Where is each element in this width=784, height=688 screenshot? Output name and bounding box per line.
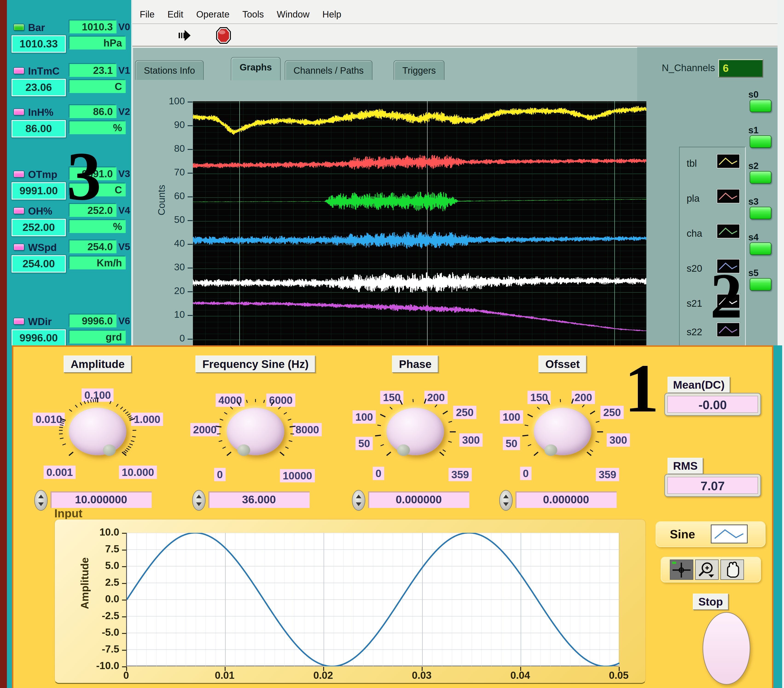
sensor-reading-display: 252.00 [12, 219, 66, 236]
legend-item[interactable]: tbl [680, 150, 745, 184]
channel-led [750, 135, 771, 148]
sensor-led [13, 207, 25, 214]
sensor-row-intmc: InTmC 23.1 V1 23.06 C [7, 65, 132, 102]
sensor-unit-display: % [69, 121, 126, 134]
background-strip [7, 345, 12, 688]
sensor-reading-display: 86.00 [12, 120, 66, 137]
annotation-digit-1: 1 [624, 354, 659, 423]
sensor-vtag: V1 [118, 65, 130, 76]
cursor-tool-button[interactable] [670, 559, 693, 580]
knob-group-offset: Ofsset 0 50 100 150 200 250 300 359 0.00… [487, 351, 639, 515]
x-tick: 0.03 [403, 670, 440, 681]
legend-swatch [716, 224, 740, 239]
waveform-plot[interactable] [193, 101, 646, 346]
sensor-unit-display: Km/h [69, 256, 126, 269]
waveform-selector[interactable]: Sine [656, 521, 766, 547]
y-tick: -7.5 [82, 643, 119, 655]
amplitude-value-input[interactable]: 10.000000 [50, 492, 152, 508]
sensor-unit-display: C [69, 80, 126, 93]
knob-pointer [544, 444, 557, 456]
legend-label: tbl [687, 158, 697, 169]
stop-label: Stop [693, 594, 728, 610]
y-tick: -5.0 [82, 627, 119, 638]
legend-item[interactable]: pla [680, 185, 745, 219]
knob-pointer [397, 444, 410, 456]
pan-tool-button[interactable] [720, 559, 744, 580]
legend-label: s21 [687, 298, 702, 309]
legend-label: s22 [687, 327, 702, 338]
offset-spinner[interactable] [499, 490, 512, 511]
annotation-digit-3: 3 [67, 142, 101, 211]
y-tick: 30 [155, 262, 185, 272]
frequency-spinner[interactable] [192, 490, 206, 511]
knob-pointer [103, 444, 116, 456]
sensor-label: InTmC [28, 65, 59, 77]
run-button[interactable] [177, 28, 193, 43]
sensor-value-display: 254.0 [69, 240, 117, 253]
sensor-led [13, 244, 25, 251]
offset-value-input[interactable]: 0.000000 [516, 492, 617, 508]
tab-panel: Stations Info Graphs Channels / Paths Tr… [132, 47, 777, 345]
y-tick: 10.0 [82, 526, 119, 538]
zoom-tool-button[interactable] [695, 559, 719, 580]
sensor-led [13, 67, 25, 74]
menu-operate[interactable]: Operate [196, 9, 229, 20]
channel-led [750, 278, 771, 290]
led-label: s3 [748, 196, 759, 207]
y-tick: 90 [155, 119, 185, 130]
y-tick: 5.0 [82, 560, 119, 571]
frequency-knob[interactable] [227, 408, 284, 455]
sensor-reading-display: 254.00 [12, 255, 66, 272]
y-tick: -2.5 [82, 610, 119, 622]
mean-display: -0.00 [664, 393, 761, 416]
annotation-digit-2: 2 [710, 264, 742, 328]
toolbar [132, 25, 777, 46]
sine-plot-area[interactable] [126, 533, 619, 667]
tab-channels-paths[interactable]: Channels / Paths [285, 60, 372, 80]
y-tick: 100 [155, 96, 185, 107]
menu-file[interactable]: File [140, 9, 155, 20]
y-tick: 70 [155, 167, 185, 178]
tab-graphs[interactable]: Graphs [231, 57, 281, 80]
offset-knob[interactable] [534, 408, 591, 455]
sensor-unit-display: hPa [69, 36, 126, 49]
frequency-value-input[interactable]: 36.000 [208, 492, 310, 508]
legend-swatch [716, 154, 740, 168]
menu-edit[interactable]: Edit [167, 9, 183, 20]
sensor-vtag: V6 [118, 315, 130, 327]
sine-wave-icon[interactable] [711, 525, 748, 543]
labview-window: File Edit Operate Tools Window Help [132, 0, 784, 345]
phase-spinner[interactable] [352, 490, 365, 511]
stop-button[interactable] [703, 612, 750, 685]
sensor-row-wspd: WSpd 254.0 V5 254.00 Km/h [7, 242, 132, 279]
sensor-value-display: 23.1 [69, 64, 117, 77]
legend-item[interactable]: cha [680, 219, 745, 254]
n-channels-label: N_Channels [662, 63, 715, 73]
sensor-led [13, 318, 25, 325]
amplitude-knob[interactable] [69, 408, 126, 455]
x-tick: 0.01 [206, 670, 243, 681]
x-tick: 0.02 [305, 670, 342, 681]
led-label: s0 [748, 89, 759, 100]
menu-help[interactable]: Help [323, 9, 341, 20]
sensor-reading-display: 9991.00 [12, 182, 66, 200]
amplitude-spinner[interactable] [34, 490, 48, 511]
sensor-value-display: 9996.0 [69, 315, 117, 327]
sensor-value-display: 1010.3 [69, 20, 117, 33]
menu-bar: File Edit Operate Tools Window Help [132, 5, 777, 24]
menu-window[interactable]: Window [277, 9, 310, 20]
sensor-reading-display: 9996.00 [12, 329, 66, 345]
n-channels-display: 6 [718, 59, 763, 78]
y-tick: 60 [155, 190, 185, 201]
channel-led [750, 100, 771, 112]
menu-tools[interactable]: Tools [242, 9, 264, 20]
tab-stations-info[interactable]: Stations Info [135, 60, 204, 80]
sensor-label: Bar [28, 22, 45, 33]
led-label: s1 [748, 125, 759, 135]
phase-value-input[interactable]: 0.000000 [368, 492, 469, 508]
phase-knob[interactable] [387, 408, 444, 455]
tab-triggers[interactable]: Triggers [394, 60, 445, 80]
sensor-unit-display: % [69, 220, 126, 233]
abort-button[interactable] [215, 27, 232, 44]
sensor-label: WSpd [28, 242, 57, 253]
